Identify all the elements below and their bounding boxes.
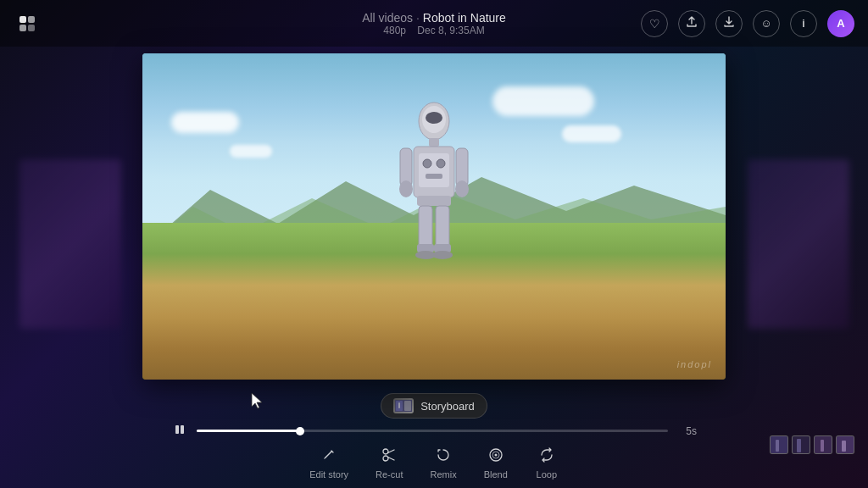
svg-rect-29 — [398, 402, 400, 408]
remix-icon — [431, 443, 455, 467]
svg-rect-19 — [417, 196, 451, 206]
app-logo[interactable] — [14, 10, 41, 37]
watermark: indopl — [677, 359, 712, 369]
loop-label: Loop — [537, 469, 557, 480]
video-title: All videos · Robot in Nature — [362, 11, 506, 25]
emoji-icon: ☺ — [760, 17, 771, 30]
svg-rect-2 — [19, 25, 26, 31]
blend-icon — [484, 443, 508, 467]
progress-thumb — [296, 427, 304, 435]
svg-rect-28 — [404, 401, 411, 411]
download-icon — [723, 16, 735, 30]
svg-rect-9 — [429, 138, 439, 147]
svg-rect-1 — [28, 16, 35, 23]
svg-rect-20 — [419, 206, 432, 248]
remix-label: Remix — [430, 469, 456, 480]
storyboard-label: Storyboard — [420, 400, 475, 413]
svg-point-13 — [437, 159, 445, 168]
info-button[interactable]: i — [790, 10, 817, 37]
svg-rect-14 — [426, 174, 442, 179]
storyboard-thumbnail — [393, 398, 414, 413]
cloud-1 — [171, 112, 239, 133]
video-scene: indopl — [142, 53, 726, 380]
loop-icon — [535, 443, 559, 467]
remix-button[interactable]: Remix — [430, 443, 456, 480]
pause-icon — [174, 424, 186, 438]
svg-rect-31 — [181, 425, 184, 434]
svg-rect-11 — [419, 153, 449, 187]
svg-point-12 — [423, 159, 431, 168]
blend-label: Blend — [484, 469, 508, 480]
svg-point-38 — [494, 454, 497, 457]
cloud-3 — [562, 125, 621, 142]
svg-point-16 — [399, 180, 413, 197]
video-area: indopl — [0, 47, 868, 386]
svg-rect-22 — [436, 206, 449, 248]
edit-story-label: Edit story — [309, 469, 348, 480]
heart-button[interactable]: ♡ — [641, 10, 668, 37]
svg-rect-3 — [28, 25, 35, 31]
storyboard-pill[interactable]: Storyboard — [381, 393, 487, 419]
video-meta: 480p Dec 8, 9:35AM — [383, 25, 484, 36]
svg-point-25 — [432, 251, 453, 259]
svg-point-8 — [426, 112, 442, 124]
download-button[interactable] — [715, 10, 743, 37]
time-label: 5s — [676, 425, 697, 437]
top-bar: All videos · Robot in Nature 480p Dec 8,… — [0, 0, 868, 47]
top-bar-center: All videos · Robot in Nature 480p Dec 8,… — [362, 11, 506, 36]
play-pause-button[interactable] — [171, 424, 188, 438]
blend-button[interactable]: Blend — [484, 443, 508, 480]
heart-icon: ♡ — [649, 17, 660, 30]
top-bar-left — [14, 10, 41, 37]
controls-area: Storyboard 5s — [0, 386, 868, 488]
robot-figure — [383, 96, 485, 282]
loop-button[interactable]: Loop — [535, 443, 559, 480]
top-bar-actions: ♡ ☺ i — [641, 10, 854, 37]
main-container: All videos · Robot in Nature 480p Dec 8,… — [0, 0, 868, 488]
svg-point-33 — [383, 449, 388, 454]
progress-track[interactable] — [197, 430, 668, 432]
info-icon: i — [802, 18, 804, 30]
recut-label: Re-cut — [376, 469, 403, 480]
progress-row: 5s — [171, 424, 697, 438]
svg-point-18 — [455, 180, 469, 197]
svg-rect-0 — [19, 16, 26, 23]
edit-story-button[interactable]: Edit story — [309, 443, 348, 480]
edit-story-icon — [317, 443, 341, 467]
recut-button[interactable]: Re-cut — [376, 443, 403, 480]
emoji-button[interactable]: ☺ — [753, 10, 780, 37]
svg-rect-30 — [175, 425, 179, 434]
cloud-4 — [230, 145, 272, 158]
action-buttons-row: Edit story Re-cut — [309, 443, 559, 485]
recut-icon — [377, 443, 401, 467]
user-avatar[interactable]: A — [827, 10, 854, 37]
cloud-2 — [492, 86, 594, 116]
share-icon — [686, 16, 698, 30]
share-button[interactable] — [678, 10, 705, 37]
progress-fill — [197, 430, 300, 432]
video-frame[interactable]: indopl — [142, 53, 726, 380]
svg-point-32 — [383, 456, 388, 461]
